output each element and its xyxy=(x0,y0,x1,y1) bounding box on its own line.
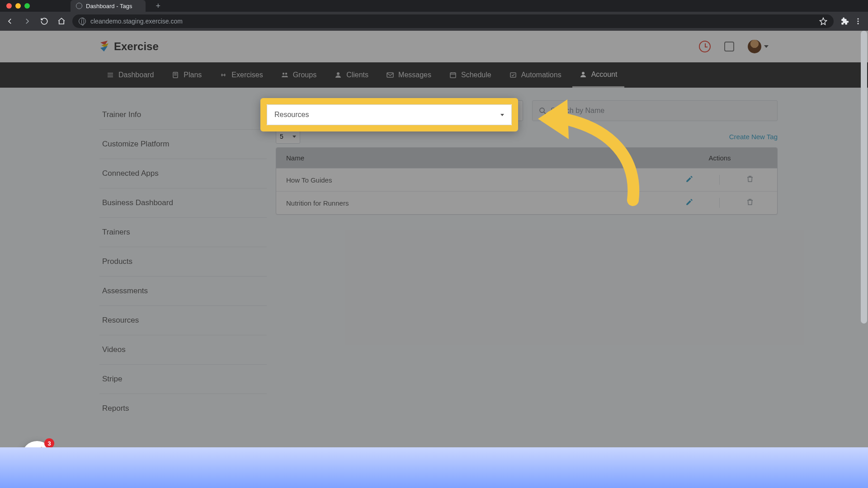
search-input[interactable]: Search by Name xyxy=(532,100,778,121)
minimize-window-icon[interactable] xyxy=(15,3,21,9)
browser-tab[interactable]: Dashboard - Tags xyxy=(71,0,146,12)
chevron-down-icon xyxy=(764,45,769,48)
sidebar-item-connected-apps[interactable]: Connected Apps xyxy=(99,159,267,188)
browser-navbar: cleandemo.staging.exercise.com xyxy=(0,12,868,31)
row-name: Nutrition for Runners xyxy=(286,199,672,207)
window-controls[interactable] xyxy=(6,3,30,9)
svg-point-11 xyxy=(540,108,544,113)
svg-point-10 xyxy=(582,72,585,75)
clock-icon[interactable] xyxy=(699,41,711,52)
browser-menu-icon[interactable] xyxy=(852,15,864,28)
category-select-highlighted[interactable]: Resources xyxy=(267,104,512,125)
svg-point-2 xyxy=(858,23,859,24)
avatar xyxy=(748,40,761,53)
extensions-icon[interactable] xyxy=(838,15,851,28)
search-placeholder: Search by Name xyxy=(551,107,604,115)
table-row: How To Guides xyxy=(276,168,777,191)
brand-name: Exercise xyxy=(114,40,159,53)
brand-logo-icon xyxy=(99,41,109,52)
sidebar-item-products[interactable]: Products xyxy=(99,247,267,277)
brand[interactable]: Exercise xyxy=(99,40,159,53)
sidebar-item-trainers[interactable]: Trainers xyxy=(99,218,267,247)
svg-rect-8 xyxy=(450,73,456,78)
tutorial-highlight: Resources xyxy=(260,98,518,131)
account-sidebar: Trainer Info Customize Platform Connecte… xyxy=(99,100,267,488)
reload-button[interactable] xyxy=(38,15,51,28)
row-name: How To Guides xyxy=(286,176,672,184)
site-info-icon[interactable] xyxy=(79,18,86,25)
main-nav: Dashboard Plans Exercises Groups Clients… xyxy=(0,62,868,88)
svg-point-1 xyxy=(858,21,859,22)
nav-account[interactable]: Account xyxy=(572,62,625,88)
sidebar-item-reports[interactable]: Reports xyxy=(99,394,267,423)
col-actions: Actions xyxy=(672,154,767,162)
home-button[interactable] xyxy=(55,15,68,28)
star-icon[interactable] xyxy=(819,17,827,25)
sidebar-item-business-dashboard[interactable]: Business Dashboard xyxy=(99,188,267,218)
sidebar-item-resources[interactable]: Resources xyxy=(99,306,267,335)
trash-icon[interactable] xyxy=(746,175,754,183)
chevron-down-icon xyxy=(292,136,296,138)
browser-tabbar: Dashboard - Tags + xyxy=(0,0,868,12)
sidebar-item-assessments[interactable]: Assessments xyxy=(99,277,267,306)
main-panel: Resources Search by Name 5 Create New Ta… xyxy=(276,100,778,488)
new-tab-button[interactable]: + xyxy=(156,1,160,11)
tags-table: Name Actions How To Guides Nutrition for… xyxy=(276,147,778,215)
globe-icon xyxy=(76,3,82,9)
svg-point-6 xyxy=(337,72,340,75)
sidebar-item-customize-platform[interactable]: Customize Platform xyxy=(99,130,267,159)
table-row: Nutrition for Runners xyxy=(276,191,777,214)
nav-clients[interactable]: Clients xyxy=(327,62,376,88)
sidebar-item-trainer-info[interactable]: Trainer Info xyxy=(99,100,267,130)
user-menu[interactable] xyxy=(748,40,769,53)
url-text: cleandemo.staging.exercise.com xyxy=(90,18,183,25)
intercom-badge: 3 xyxy=(44,438,54,448)
nav-plans[interactable]: Plans xyxy=(165,62,209,88)
trash-icon[interactable] xyxy=(746,198,754,206)
close-window-icon[interactable] xyxy=(6,3,12,9)
svg-rect-7 xyxy=(387,73,393,77)
checkbox-icon[interactable] xyxy=(724,42,734,52)
nav-schedule[interactable]: Schedule xyxy=(442,62,499,88)
svg-point-0 xyxy=(858,18,859,19)
edit-icon[interactable] xyxy=(685,175,693,183)
svg-point-4 xyxy=(282,73,284,75)
svg-point-5 xyxy=(285,73,287,75)
forward-button[interactable] xyxy=(21,15,33,28)
sidebar-item-videos[interactable]: Videos xyxy=(99,335,267,365)
nav-automations[interactable]: Automations xyxy=(502,62,569,88)
tab-title: Dashboard - Tags xyxy=(86,3,132,9)
url-bar[interactable]: cleandemo.staging.exercise.com xyxy=(72,14,834,28)
app-header: Exercise xyxy=(0,31,868,62)
nav-dashboard[interactable]: Dashboard xyxy=(99,62,161,88)
col-name: Name xyxy=(286,154,672,162)
back-button[interactable] xyxy=(4,15,16,28)
edit-icon[interactable] xyxy=(685,198,693,206)
search-icon xyxy=(539,107,546,114)
page-footer-strip xyxy=(0,447,868,488)
table-header: Name Actions xyxy=(276,148,777,168)
nav-messages[interactable]: Messages xyxy=(379,62,439,88)
nav-groups[interactable]: Groups xyxy=(274,62,324,88)
viewport-scrollbar[interactable] xyxy=(861,31,867,324)
sidebar-item-stripe[interactable]: Stripe xyxy=(99,365,267,394)
chevron-down-icon xyxy=(500,114,504,116)
nav-exercises[interactable]: Exercises xyxy=(212,62,270,88)
create-tag-link[interactable]: Create New Tag xyxy=(729,133,778,141)
maximize-window-icon[interactable] xyxy=(24,3,30,9)
